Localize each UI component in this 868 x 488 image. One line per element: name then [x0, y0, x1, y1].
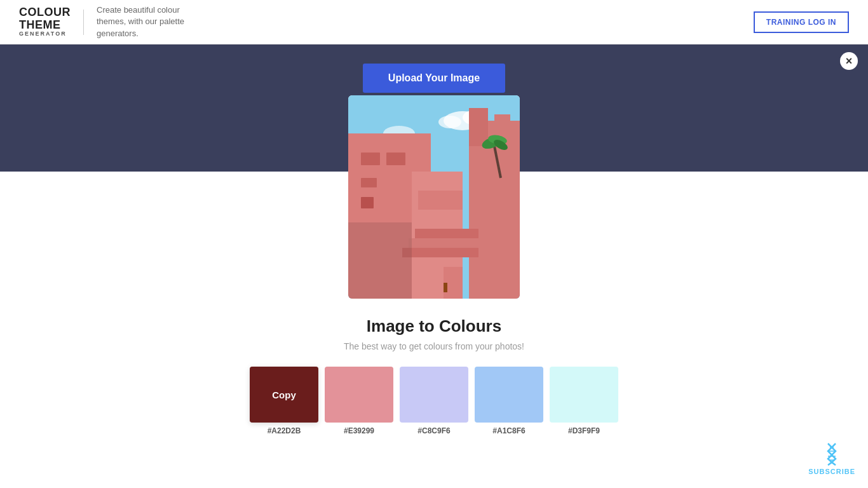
section-subtitle: The best way to get colours from your ph…: [344, 341, 524, 351]
svg-rect-20: [409, 238, 478, 248]
subscribe-label: SUBSCRIBE: [808, 468, 855, 475]
color-hex-4: #A1C8F6: [492, 426, 525, 435]
color-palette: Copy #A22D2B #E39299 #C8C9F6 #A1C8F6 #D3…: [250, 367, 618, 435]
color-card-2[interactable]: #E39299: [325, 367, 393, 435]
copy-label: Copy: [272, 390, 296, 400]
logo: COLOUR THEME GENERATOR: [19, 6, 71, 37]
dna-icon: [819, 441, 844, 466]
svg-rect-21: [415, 229, 478, 238]
close-icon: ×: [846, 55, 853, 68]
logo-line3: GENERATOR: [19, 31, 71, 37]
color-hex-1: #A22D2B: [268, 426, 301, 435]
main-content: Image to Colours The best way to get col…: [0, 172, 868, 461]
close-button[interactable]: ×: [840, 52, 858, 70]
header-left: COLOUR THEME GENERATOR Create beautiful …: [19, 4, 211, 39]
color-card-5[interactable]: #D3F9F9: [550, 367, 618, 435]
color-swatch-4[interactable]: [475, 367, 543, 423]
header: COLOUR THEME GENERATOR Create beautiful …: [0, 0, 868, 44]
color-swatch-1[interactable]: Copy: [250, 367, 318, 423]
svg-rect-12: [424, 210, 463, 229]
svg-rect-27: [348, 222, 412, 299]
color-swatch-3[interactable]: [400, 367, 468, 423]
svg-rect-9: [361, 197, 374, 208]
logo-tagline: Create beautiful colour themes, with our…: [97, 4, 211, 39]
logo-line2: THEME: [19, 19, 71, 32]
subscribe-button[interactable]: SUBSCRIBE: [808, 441, 855, 475]
svg-rect-8: [361, 178, 377, 187]
color-card-1[interactable]: Copy #A22D2B: [250, 367, 318, 435]
color-hex-3: #C8C9F6: [417, 426, 450, 435]
upload-image-button[interactable]: Upload Your Image: [363, 64, 505, 93]
color-card-4[interactable]: #A1C8F6: [475, 367, 543, 435]
color-swatch-2[interactable]: [325, 367, 393, 423]
logo-divider: [83, 10, 84, 35]
training-login-button[interactable]: TRAINING LOG IN: [754, 11, 849, 33]
svg-rect-6: [361, 152, 380, 165]
section-title: Image to Colours: [367, 316, 501, 336]
color-hex-2: #E39299: [344, 426, 374, 435]
svg-point-3: [438, 116, 461, 128]
color-hex-5: #D3F9F9: [568, 426, 600, 435]
svg-rect-11: [418, 191, 463, 210]
logo-line1: COLOUR: [19, 6, 71, 19]
color-swatch-5[interactable]: [550, 367, 618, 423]
uploaded-image-container: [348, 95, 520, 299]
copy-overlay: Copy: [250, 367, 318, 423]
svg-rect-17: [469, 108, 488, 146]
svg-rect-19: [402, 248, 478, 257]
svg-rect-7: [386, 152, 405, 165]
color-card-3[interactable]: #C8C9F6: [400, 367, 468, 435]
svg-rect-26: [444, 283, 447, 292]
